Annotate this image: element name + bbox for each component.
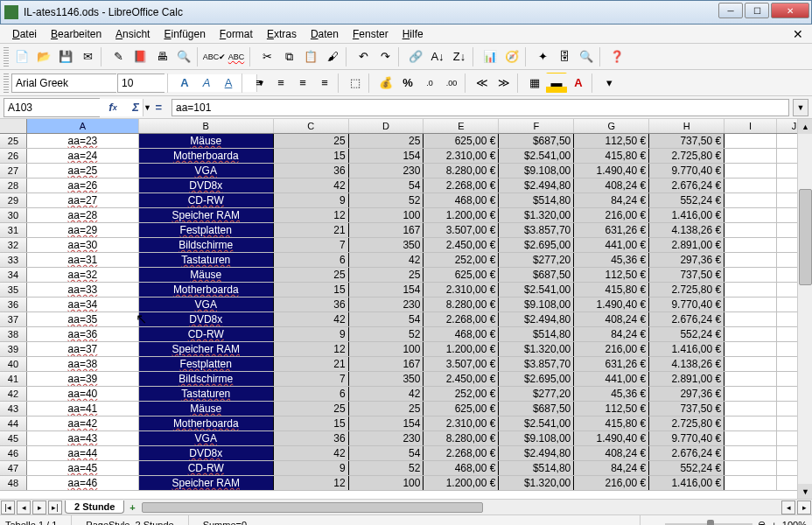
- cell[interactable]: [724, 223, 777, 237]
- align-right-button[interactable]: ≡: [292, 73, 313, 94]
- cell[interactable]: 737,50 €: [649, 402, 724, 416]
- row-header[interactable]: 35: [0, 283, 27, 297]
- col-header-B[interactable]: B: [139, 119, 274, 133]
- cell[interactable]: $3.857,70: [499, 357, 574, 371]
- cell[interactable]: Tastaturen: [139, 253, 274, 267]
- prev-sheet-button[interactable]: ◂: [17, 500, 31, 514]
- cell[interactable]: 408,24 €: [574, 178, 649, 192]
- cell[interactable]: 167: [349, 357, 424, 371]
- cell[interactable]: 631,26 €: [574, 223, 649, 237]
- minimize-button[interactable]: ─: [718, 3, 743, 18]
- cell[interactable]: 154: [349, 149, 424, 163]
- cell[interactable]: 737,50 €: [649, 268, 724, 282]
- col-header-F[interactable]: F: [499, 119, 574, 133]
- cell[interactable]: 252,00 €: [424, 387, 499, 401]
- cell[interactable]: [724, 312, 777, 326]
- row-header[interactable]: 37: [0, 312, 27, 326]
- cell[interactable]: 7: [274, 372, 349, 386]
- row-header[interactable]: 46: [0, 446, 27, 460]
- cell[interactable]: 230: [349, 298, 424, 312]
- cell[interactable]: $687,50: [499, 268, 574, 282]
- zoom-in-icon[interactable]: +: [771, 520, 776, 526]
- col-header-C[interactable]: C: [274, 119, 349, 133]
- cell[interactable]: 415,80 €: [574, 149, 649, 163]
- zoom-knob[interactable]: [707, 520, 714, 526]
- cell[interactable]: aa=33: [27, 283, 139, 297]
- cell[interactable]: DVD8x: [139, 446, 274, 460]
- next-sheet-button[interactable]: ▸: [32, 500, 46, 514]
- cell[interactable]: 1.490,40 €: [574, 164, 649, 178]
- cell[interactable]: $687,50: [499, 134, 574, 148]
- cell[interactable]: aa=40: [27, 387, 139, 401]
- cell[interactable]: $514,80: [499, 327, 574, 341]
- cell[interactable]: 36: [274, 431, 349, 445]
- cell[interactable]: [724, 342, 777, 356]
- row-header[interactable]: 48: [0, 476, 27, 490]
- cell[interactable]: 2.310,00 €: [424, 283, 499, 297]
- cell[interactable]: 2.310,00 €: [424, 416, 499, 430]
- cell[interactable]: 415,80 €: [574, 283, 649, 297]
- bold-button[interactable]: A: [174, 73, 195, 94]
- edit-button[interactable]: ✎: [108, 46, 129, 67]
- cell[interactable]: Motherboarda: [139, 149, 274, 163]
- cell[interactable]: aa=24: [27, 149, 139, 163]
- cell[interactable]: [724, 446, 777, 460]
- cell[interactable]: 9: [274, 193, 349, 207]
- cell[interactable]: aa=29: [27, 223, 139, 237]
- cell[interactable]: 230: [349, 431, 424, 445]
- cell[interactable]: 100: [349, 342, 424, 356]
- cell[interactable]: $2.541,00: [499, 416, 574, 430]
- cell[interactable]: 408,24 €: [574, 312, 649, 326]
- cell[interactable]: 216,00 €: [574, 476, 649, 490]
- cell[interactable]: 9: [274, 327, 349, 341]
- cell[interactable]: 7: [274, 238, 349, 252]
- bgcolor-button[interactable]: ▬: [546, 73, 567, 94]
- cell[interactable]: VGA: [139, 431, 274, 445]
- font-name-combo[interactable]: ▼: [11, 74, 116, 93]
- cell[interactable]: [724, 268, 777, 282]
- menu-format[interactable]: Format: [213, 26, 260, 42]
- cell[interactable]: [724, 387, 777, 401]
- cell[interactable]: 631,26 €: [574, 357, 649, 371]
- justify-button[interactable]: ≡: [314, 73, 335, 94]
- col-header-G[interactable]: G: [574, 119, 649, 133]
- cell[interactable]: 9.770,40 €: [649, 431, 724, 445]
- row-header[interactable]: 30: [0, 208, 27, 222]
- cell[interactable]: 54: [349, 446, 424, 460]
- last-sheet-button[interactable]: ▸|: [48, 500, 62, 514]
- menu-fenster[interactable]: Fenster: [346, 26, 396, 42]
- row-header[interactable]: 29: [0, 193, 27, 207]
- col-header-D[interactable]: D: [349, 119, 424, 133]
- cell[interactable]: 2.676,24 €: [649, 312, 724, 326]
- name-box[interactable]: ▼: [4, 98, 100, 117]
- cell[interactable]: 9: [274, 461, 349, 475]
- cell[interactable]: 1.490,40 €: [574, 431, 649, 445]
- cell[interactable]: [724, 253, 777, 267]
- borders-button[interactable]: ▦: [524, 73, 545, 94]
- cell[interactable]: 1.490,40 €: [574, 298, 649, 312]
- cell[interactable]: [724, 178, 777, 192]
- cell[interactable]: aa=27: [27, 193, 139, 207]
- autospell-button[interactable]: ABC: [226, 46, 247, 67]
- cell[interactable]: $9.108,00: [499, 431, 574, 445]
- cell[interactable]: 167: [349, 223, 424, 237]
- cell[interactable]: 2.268,00 €: [424, 312, 499, 326]
- cell[interactable]: 2.676,24 €: [649, 446, 724, 460]
- open-button[interactable]: 📂: [33, 46, 54, 67]
- cell[interactable]: aa=46: [27, 476, 139, 490]
- cell[interactable]: 15: [274, 283, 349, 297]
- fontcolor-button[interactable]: A: [568, 73, 589, 94]
- cell[interactable]: Speicher RAM: [139, 342, 274, 356]
- zoom-button[interactable]: 🔍: [576, 46, 597, 67]
- cell[interactable]: 2.268,00 €: [424, 446, 499, 460]
- cell[interactable]: 552,24 €: [649, 193, 724, 207]
- cell[interactable]: Bildschirme: [139, 372, 274, 386]
- cell[interactable]: 2.891,00 €: [649, 238, 724, 252]
- toolbar-grip[interactable]: [4, 74, 9, 93]
- cell[interactable]: aa=30: [27, 238, 139, 252]
- cell[interactable]: 52: [349, 327, 424, 341]
- zoom-out-icon[interactable]: −: [654, 520, 660, 526]
- cell[interactable]: [724, 134, 777, 148]
- cell[interactable]: 552,24 €: [649, 327, 724, 341]
- cell[interactable]: 84,24 €: [574, 327, 649, 341]
